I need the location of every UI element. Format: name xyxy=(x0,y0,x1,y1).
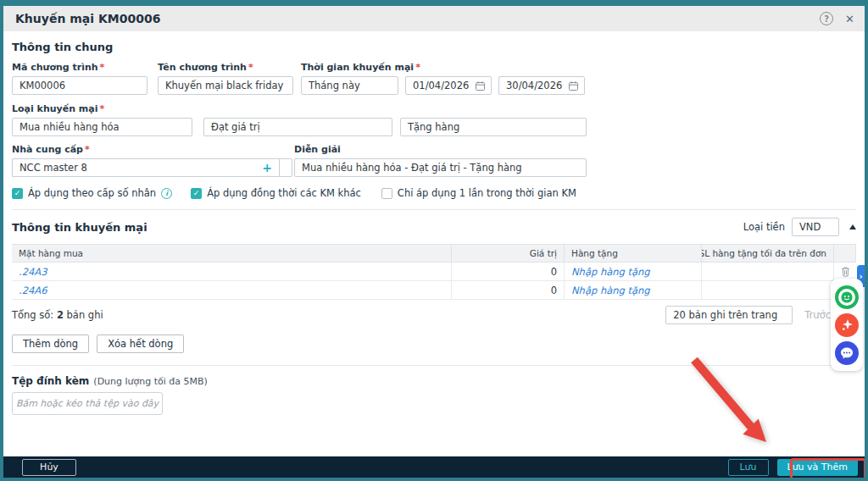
column-header-item[interactable]: Mặt hàng mua xyxy=(12,245,452,262)
promo-items-table: Mặt hàng mua Giá trị Hàng tặng SL hàng t… xyxy=(12,244,856,300)
required-mark: * xyxy=(248,62,253,73)
chat-bubble-icon[interactable] xyxy=(835,341,859,365)
column-header-value[interactable]: Giá trị xyxy=(452,245,565,262)
supplier-label: Nhà cung cấp* xyxy=(12,144,292,155)
promo-type-2-value: Đạt giá trị xyxy=(211,121,260,133)
dialog-title: Khuyến mại KM00006 xyxy=(15,12,160,25)
help-icon[interactable]: ? xyxy=(820,12,833,25)
calendar-icon[interactable] xyxy=(475,80,486,94)
item-link[interactable]: .24A3 xyxy=(19,266,47,278)
code-label: Mã chương trình* xyxy=(12,62,147,73)
total-records: Tổng số: 2 bản ghi xyxy=(12,309,103,321)
promo-type-1-select[interactable]: Mua nhiều hàng hóa xyxy=(12,118,192,136)
previous-page-button[interactable]: Trước xyxy=(804,309,831,321)
max-qty-cell[interactable] xyxy=(702,263,834,280)
general-section-title: Thông tin chung xyxy=(12,41,856,53)
period-preset-value: Tháng này xyxy=(309,80,360,91)
promo-info-section-title: Thông tin khuyến mại xyxy=(12,221,147,234)
promo-type-3-select[interactable]: Tặng hàng xyxy=(400,118,587,136)
period-preset-select[interactable]: Tháng này xyxy=(301,76,398,95)
checkbox-label: Áp dụng theo cấp số nhân xyxy=(28,187,156,199)
name-label: Tên chương trình* xyxy=(158,62,293,73)
support-smiley-icon[interactable] xyxy=(835,285,859,309)
checkbox-checked-icon: ✓ xyxy=(191,188,202,199)
date-from-input[interactable]: 01/04/2026 xyxy=(405,76,492,95)
value-cell[interactable]: 0 xyxy=(452,281,565,299)
name-input[interactable] xyxy=(158,76,293,95)
page-size-select[interactable]: 20 bản ghi trên trang xyxy=(665,306,793,324)
currency-label: Loại tiền xyxy=(743,221,785,233)
max-qty-cell[interactable] xyxy=(702,281,834,299)
enter-gift-link[interactable]: Nhập hàng tặng xyxy=(571,266,650,278)
supplier-dropdown-button[interactable] xyxy=(279,158,292,177)
dialog-header: Khuyến mại KM00006 ? ✕ xyxy=(3,6,865,31)
enter-gift-link[interactable]: Nhập hàng tặng xyxy=(571,285,650,296)
date-to-value: 30/04/2026 xyxy=(506,80,562,91)
column-header-gift[interactable]: Hàng tặng xyxy=(565,245,702,262)
info-icon[interactable]: i xyxy=(161,188,172,199)
checkbox-once-per-period[interactable]: Chỉ áp dụng 1 lần trong thời gian KM xyxy=(381,187,576,199)
promo-type-2-select[interactable]: Đạt giá trị xyxy=(203,118,392,136)
required-mark: * xyxy=(415,62,420,73)
table-row: .24A3 0 Nhập hàng tặng xyxy=(12,263,856,281)
dialog-footer: Hủy Lưu Lưu và Thêm xyxy=(3,456,865,478)
floating-support-widget xyxy=(831,279,863,371)
column-header-max-qty[interactable]: SL hàng tặng tối đa trên đơn xyxy=(702,245,834,262)
ai-sparkle-icon[interactable] xyxy=(835,313,859,337)
collapse-section-icon[interactable] xyxy=(849,224,856,229)
checkbox-unchecked-icon xyxy=(381,188,392,199)
required-mark: * xyxy=(85,144,90,155)
table-header-row: Mặt hàng mua Giá trị Hàng tặng SL hàng t… xyxy=(12,245,856,263)
cancel-button[interactable]: Hủy xyxy=(22,459,76,476)
attachment-label: Tệp đính kèm xyxy=(12,375,89,387)
description-input[interactable] xyxy=(294,158,587,177)
period-label: Thời gian khuyến mại* xyxy=(301,62,585,73)
promo-type-label: Loại khuyến mại* xyxy=(12,103,856,114)
page-size-value: 20 bản ghi trên trang xyxy=(673,309,777,321)
clear-rows-button[interactable]: Xóa hết dòng xyxy=(97,334,184,353)
save-and-add-button[interactable]: Lưu và Thêm xyxy=(777,459,859,476)
section-divider xyxy=(12,209,856,210)
save-button[interactable]: Lưu xyxy=(728,459,769,476)
delete-row-icon[interactable] xyxy=(840,266,851,278)
required-mark: * xyxy=(100,62,105,73)
currency-value: VND xyxy=(799,221,821,233)
checkbox-checked-icon: ✓ xyxy=(12,188,23,199)
promo-type-3-value: Tặng hàng xyxy=(408,121,459,133)
required-mark: * xyxy=(100,103,105,114)
description-label: Diễn giải xyxy=(294,144,587,155)
checkbox-multiplier[interactable]: ✓ Áp dụng theo cấp số nhân i xyxy=(12,187,172,199)
checkbox-label: Chỉ áp dụng 1 lần trong thời gian KM xyxy=(398,187,576,199)
date-to-input[interactable]: 30/04/2026 xyxy=(498,76,585,95)
promotion-dialog: Khuyến mại KM00006 ? ✕ Thông tin chung M… xyxy=(0,0,868,481)
calendar-icon[interactable] xyxy=(568,80,579,94)
checkbox-label: Áp dụng đồng thời các KM khác xyxy=(207,187,361,199)
section-divider xyxy=(12,365,856,366)
promo-type-1-value: Mua nhiều hàng hóa xyxy=(19,121,120,133)
close-icon[interactable]: ✕ xyxy=(845,13,854,25)
add-supplier-icon[interactable]: + xyxy=(262,161,272,174)
supplier-combo[interactable]: NCC master 8 + xyxy=(12,158,292,177)
currency-select[interactable]: VND xyxy=(792,218,839,236)
checkbox-concurrent-promos[interactable]: ✓ Áp dụng đồng thời các KM khác xyxy=(191,187,361,199)
item-link[interactable]: .24A6 xyxy=(19,285,47,296)
add-row-button[interactable]: Thêm dòng xyxy=(12,334,89,353)
code-input[interactable] xyxy=(12,76,147,95)
date-from-value: 01/04/2026 xyxy=(413,80,469,91)
file-dropzone[interactable]: Bấm hoặc kéo thả tệp vào đây xyxy=(12,392,163,415)
attachment-size-hint: (Dung lượng tối đa 5MB) xyxy=(93,376,208,387)
value-cell[interactable]: 0 xyxy=(452,263,565,280)
table-row: .24A6 0 Nhập hàng tặng xyxy=(12,281,856,300)
supplier-value: NCC master 8 xyxy=(19,162,87,174)
